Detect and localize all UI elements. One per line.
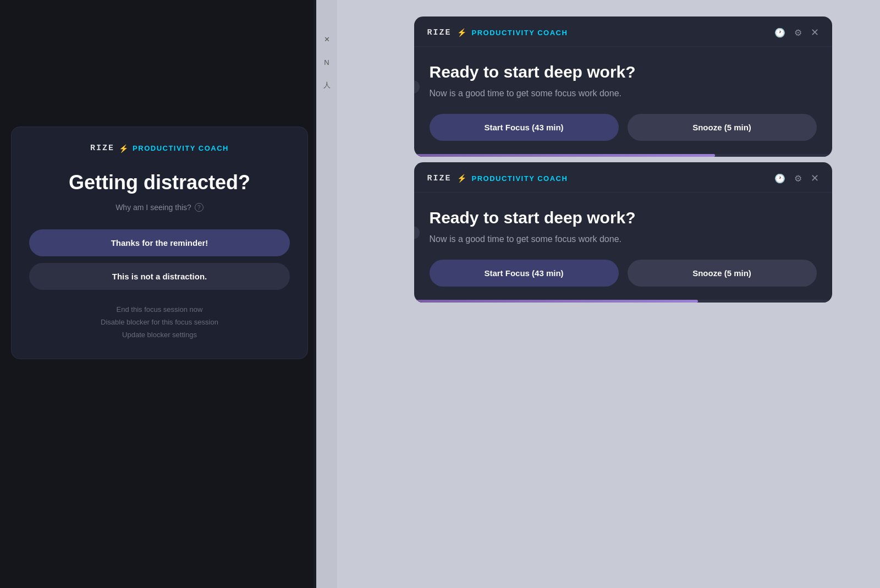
panel-links: End this focus session now Disable block… xyxy=(29,305,290,339)
clock-icon-1[interactable]: 🕐 xyxy=(774,28,785,38)
right-section: ✕ N 人 ‹ RIZE ⚡ PRODUCTIVITY COACH 🕐 ⚙ ✕ xyxy=(316,0,880,588)
card-description-2: Now is a good time to get some focus wor… xyxy=(430,234,817,244)
start-focus-button-2[interactable]: Start Focus (43 min) xyxy=(430,260,619,287)
close-button-2[interactable]: ✕ xyxy=(811,172,819,184)
card-buttons-2: Start Focus (43 min) Snooze (5 min) xyxy=(430,260,817,287)
card-header-left-2: RIZE ⚡ PRODUCTIVITY COACH xyxy=(427,174,568,183)
card-body-2: Ready to start deep work? Now is a good … xyxy=(414,193,832,300)
panel-title: Getting distracted? xyxy=(29,171,290,194)
thanks-button[interactable]: Thanks for the reminder! xyxy=(29,229,290,256)
card-description-1: Now is a good time to get some focus wor… xyxy=(430,89,817,98)
notification-card-2: ‹ RIZE ⚡ PRODUCTIVITY COACH 🕐 ⚙ ✕ Ready … xyxy=(414,162,832,303)
card-coach-label-1: PRODUCTIVITY COACH xyxy=(472,29,568,37)
sidebar-n-icon[interactable]: N xyxy=(321,56,333,68)
card-bolt-icon-2: ⚡ xyxy=(457,174,466,183)
gear-icon-1[interactable]: ⚙ xyxy=(794,28,802,38)
distraction-panel: RIZE ⚡ PRODUCTIVITY COACH Getting distra… xyxy=(11,127,308,359)
snooze-button-1[interactable]: Snooze (5 min) xyxy=(628,114,817,141)
card-header-actions-1: 🕐 ⚙ ✕ xyxy=(774,26,819,39)
disable-blocker-link[interactable]: Disable blocker for this focus session xyxy=(101,318,218,326)
card-buttons-1: Start Focus (43 min) Snooze (5 min) xyxy=(430,114,817,141)
snooze-button-2[interactable]: Snooze (5 min) xyxy=(628,260,817,287)
rize-logo: RIZE xyxy=(90,144,114,153)
sidebar-icons: ✕ N 人 xyxy=(316,0,337,588)
card-body-1: Ready to start deep work? Now is a good … xyxy=(414,47,832,154)
card-rize-logo-2: RIZE xyxy=(427,174,452,183)
end-session-link[interactable]: End this focus session now xyxy=(117,305,203,314)
card-rize-logo-1: RIZE xyxy=(427,28,452,37)
close-button-1[interactable]: ✕ xyxy=(811,26,819,39)
card-progress-bar-1 xyxy=(414,154,715,157)
card-progress-bar-2 xyxy=(414,300,698,303)
help-icon[interactable]: ? xyxy=(195,203,204,212)
card-title-1: Ready to start deep work? xyxy=(430,62,817,82)
start-focus-button-1[interactable]: Start Focus (43 min) xyxy=(430,114,619,141)
card-header-actions-2: 🕐 ⚙ ✕ xyxy=(774,172,819,184)
card-title-2: Ready to start deep work? xyxy=(430,208,817,228)
gear-icon-2[interactable]: ⚙ xyxy=(794,173,802,184)
panel-subtitle: Why am I seeing this? ? xyxy=(29,203,290,212)
bolt-icon: ⚡ xyxy=(119,144,128,153)
cards-container: ‹ RIZE ⚡ PRODUCTIVITY COACH 🕐 ⚙ ✕ Ready … xyxy=(392,11,832,303)
sidebar-close-icon[interactable]: ✕ xyxy=(321,33,333,45)
clock-icon-2[interactable]: 🕐 xyxy=(774,173,785,184)
card-header-1: RIZE ⚡ PRODUCTIVITY COACH 🕐 ⚙ ✕ xyxy=(414,17,832,47)
card-header-left-1: RIZE ⚡ PRODUCTIVITY COACH xyxy=(427,28,568,37)
update-settings-link[interactable]: Update blocker settings xyxy=(122,331,197,339)
card-coach-label-2: PRODUCTIVITY COACH xyxy=(472,174,568,183)
card-header-2: RIZE ⚡ PRODUCTIVITY COACH 🕐 ⚙ ✕ xyxy=(414,162,832,193)
coach-label: PRODUCTIVITY COACH xyxy=(133,144,229,152)
panel-header: RIZE ⚡ PRODUCTIVITY COACH xyxy=(29,144,290,153)
card-progress-1 xyxy=(414,154,832,157)
not-distraction-button[interactable]: This is not a distraction. xyxy=(29,263,290,290)
card-progress-2 xyxy=(414,300,832,303)
sidebar-person-icon[interactable]: 人 xyxy=(321,79,333,91)
notification-card-1: ‹ RIZE ⚡ PRODUCTIVITY COACH 🕐 ⚙ ✕ Ready … xyxy=(414,17,832,157)
card-bolt-icon-1: ⚡ xyxy=(457,28,466,37)
